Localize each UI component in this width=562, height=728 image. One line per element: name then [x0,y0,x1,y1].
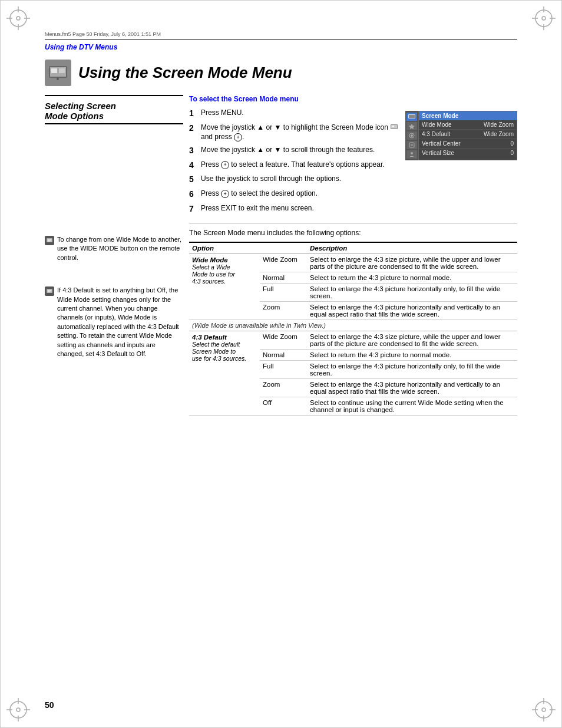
title-area: Using the Screen Mode Menu [45,60,517,86]
sidebar-icon-4 [406,141,417,149]
note-2: If 4:3 Default is set to anything but Of… [45,286,183,358]
options-intro: The Screen Mode menu includes the follow… [189,229,517,237]
corner-br [532,698,556,722]
page-title: Using the Screen Mode Menu [78,64,292,82]
svg-point-28 [57,78,59,80]
table-note-row: (Wide Mode is unavailable while in Twin … [189,320,517,331]
col-header-description: Description [307,242,517,254]
corner-tr [532,6,556,30]
sidebar-icon-2 [406,122,417,130]
svg-point-7 [542,17,546,20]
svg-point-12 [10,701,27,718]
sm-row-1: Wide ModeWide Zoom [419,120,517,130]
step-2: 2 Move the joystick ▲ or ▼ to highlight … [189,123,399,143]
note-icon-2 [45,286,54,296]
sidebar-icon-active [406,113,417,121]
sidebar-icon-3 [406,131,417,140]
svg-rect-27 [59,68,65,73]
svg-rect-31 [392,126,394,127]
menu-sidebar [405,111,418,160]
svg-point-0 [10,10,27,27]
screen-mode-title: Screen Mode [419,111,517,120]
step-4: 4 Press + to select a feature. That feat… [189,160,399,172]
steps-heading: To select the Screen Mode menu [189,95,517,103]
page-frame: Menus.fm5 Page 50 Friday, July 6, 2001 1… [0,0,562,728]
table-row: Wide Mode Select a WideMode to use for4:… [189,254,517,272]
subsection-title: Selecting ScreenMode Options [45,101,183,124]
left-column: Selecting ScreenMode Options To change f… [45,95,183,364]
file-info-text: Menus.fm5 Page 50 Friday, July 6, 2001 1… [45,31,161,37]
col-header-sub [260,242,307,254]
step-7: 7 Press EXIT to exit the menu screen. [189,203,399,215]
corner-tl [6,6,30,30]
screen-mode-panel: Screen Mode Wide ModeWide Zoom 4:3 Defau… [418,111,517,160]
svg-rect-36 [409,143,414,147]
note-1: To change from one Wide Mode to another,… [45,235,183,262]
svg-point-35 [411,134,413,137]
left-col-rule [45,95,183,96]
sm-row-4: Vertical Size0 [419,149,517,157]
section-divider [189,223,517,224]
table-row: 4:3 Default Select the defaultScreen Mod… [189,331,517,350]
col-header-option: Option [189,242,260,254]
sm-row-3: Vertical Center0 [419,139,517,149]
section-nav: Using the DTV Menus [45,43,117,51]
sidebar-icon-5 [406,150,417,159]
note-icon-1 [45,236,54,245]
step-1: 1 Press MENU. [189,108,399,120]
step-6: 6 Press + to select the desired option. [189,189,399,200]
corner-bl [6,698,30,722]
step-3: 3 Move the joystick ▲ or ▼ to scroll thr… [189,145,399,157]
options-table: Option Description Wide Mode Select a Wi… [189,242,517,416]
svg-point-1 [16,17,20,20]
svg-rect-33 [409,115,415,118]
svg-point-6 [535,10,552,27]
svg-point-18 [535,701,552,718]
svg-rect-26 [51,68,57,73]
screen-mode-ui: Screen Mode Wide ModeWide Zoom 4:3 Defau… [405,108,517,218]
sm-row-2: 4:3 DefaultWide Zoom [419,130,517,139]
svg-point-19 [542,708,546,711]
svg-point-13 [16,708,20,711]
page-number: 50 [45,700,54,710]
step-5: 5 Use the joystick to scroll through the… [189,174,399,186]
section-icon [45,60,71,86]
file-metadata: Menus.fm5 Page 50 Friday, July 6, 2001 1… [45,31,517,39]
steps-list: 1 Press MENU. 2 Move the joystick ▲ or ▼… [189,108,399,215]
svg-point-39 [411,152,413,154]
right-column: To select the Screen Mode menu 1 Press M… [189,95,517,416]
